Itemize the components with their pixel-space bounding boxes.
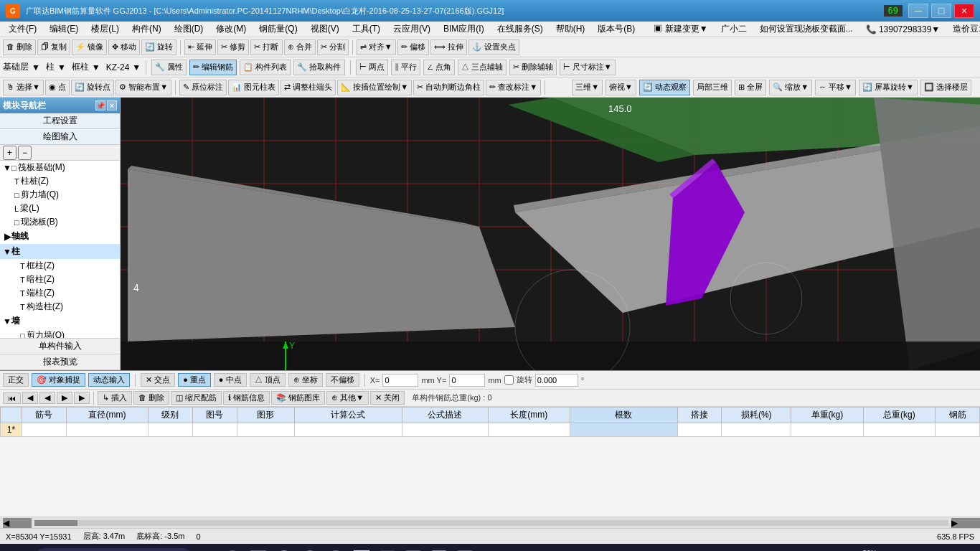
mirror-btn[interactable]: ⚡ 镜像 xyxy=(72,39,107,55)
properties-btn[interactable]: 🔧 属性 xyxy=(151,60,187,75)
menu-phone[interactable]: 📞 13907298339▼ xyxy=(860,23,946,36)
taskbar-files[interactable]: 📁 xyxy=(350,547,373,551)
tree-item-beam[interactable]: L 梁(L) xyxy=(0,202,120,215)
start-button[interactable] xyxy=(3,545,32,551)
taskbar-edge[interactable]: e xyxy=(221,547,244,551)
parallel-btn[interactable]: ∥ 平行 xyxy=(391,60,420,75)
cell-count[interactable] xyxy=(570,423,677,437)
menu-edit[interactable]: 编辑(E) xyxy=(44,22,84,37)
top-view-btn[interactable]: 俯视▼ xyxy=(606,80,636,95)
menu-cloud[interactable]: 云应用(V) xyxy=(387,22,436,37)
menu-help[interactable]: 帮助(H) xyxy=(550,22,591,37)
select-btn[interactable]: 🖱 选择▼ xyxy=(3,80,44,95)
project-setup-btn[interactable]: 工程设置 xyxy=(0,113,120,129)
rebar-lib-btn[interactable]: 📚 钢筋图库 xyxy=(271,391,325,405)
nav-first-btn[interactable]: ⏮ xyxy=(3,392,21,404)
scroll-track[interactable] xyxy=(34,520,948,526)
taskbar-app8[interactable]: G xyxy=(402,547,425,551)
auto-cut-btn[interactable]: ✂ 自动判断边角柱 xyxy=(413,80,484,95)
local-3d-btn[interactable]: 局部三维 xyxy=(693,80,732,95)
sidebar-remove-btn[interactable]: − xyxy=(18,146,32,160)
x-input[interactable] xyxy=(382,374,418,387)
other-btn[interactable]: ⊕ 其他▼ xyxy=(326,391,369,405)
menu-draw[interactable]: 绘图(D) xyxy=(169,22,209,37)
align-btn[interactable]: ⇌ 对齐▼ xyxy=(357,39,396,55)
cell-rebar-type[interactable] xyxy=(936,423,980,437)
rotate-checkbox[interactable] xyxy=(504,375,514,385)
kz24-dropdown-icon[interactable]: ▼ xyxy=(132,62,141,72)
menu-floor[interactable]: 楼层(L) xyxy=(85,22,125,37)
cell-grade[interactable] xyxy=(149,423,193,437)
rotate-input[interactable] xyxy=(535,374,578,387)
menu-file[interactable]: 文件(F) xyxy=(3,22,42,37)
tree-section-wall[interactable]: ▼ 墙 xyxy=(0,314,120,329)
search-bar-container[interactable]: 🔍 🎤 xyxy=(34,548,192,551)
pan-btn[interactable]: ↔ 平移▼ xyxy=(815,80,856,95)
cell-desc[interactable] xyxy=(402,423,488,437)
taskbar-app10[interactable]: G xyxy=(453,547,476,551)
element-table-btn[interactable]: 📊 图元柱表 xyxy=(228,80,279,95)
pick-component-btn[interactable]: 🔧 拾取构件 xyxy=(293,60,344,75)
stretch-btn[interactable]: ⟺ 拉伸 xyxy=(430,39,467,55)
cell-overlap[interactable] xyxy=(677,423,722,437)
zoom-btn[interactable]: 🔍 缩放▼ xyxy=(769,80,812,95)
rotate-pt-btn[interactable]: 🔄 旋转点 xyxy=(71,80,114,95)
frame-col-dropdown-icon[interactable]: ▼ xyxy=(92,62,100,72)
menu-new-change[interactable]: ▣ 新建变更▼ xyxy=(648,22,713,37)
sidebar-pin-btn[interactable]: 📌 xyxy=(95,100,105,110)
menu-version[interactable]: 版本号(B) xyxy=(592,22,641,37)
intersection-btn[interactable]: ✕ 交点 xyxy=(141,373,175,387)
mid-btn[interactable]: ● 中点 xyxy=(214,373,247,387)
3d-viewport[interactable]: 4 145.0 xyxy=(121,98,980,370)
menu-modify[interactable]: 修改(M) xyxy=(210,22,252,37)
edit-rebar-btn[interactable]: ✏ 编辑钢筋 xyxy=(189,60,237,75)
angle-btn[interactable]: ∠ 点角 xyxy=(423,60,455,75)
menu-component[interactable]: 构件(N) xyxy=(126,22,167,37)
tree-section-column[interactable]: ▼ 柱 xyxy=(0,244,120,259)
fullscreen-btn[interactable]: ⊞ 全屏 xyxy=(735,80,766,95)
menu-view[interactable]: 视图(V) xyxy=(305,22,345,37)
two-points-btn[interactable]: ⊢ 两点 xyxy=(356,60,388,75)
smart-layout-btn[interactable]: ⚙ 智能布置▼ xyxy=(116,80,171,95)
cell-length[interactable] xyxy=(488,423,570,437)
taskbar-app5[interactable]: G xyxy=(324,547,347,551)
sidebar-add-btn[interactable]: + xyxy=(3,146,17,160)
tree-item-pile[interactable]: T 柱桩(Z) xyxy=(0,174,120,188)
delete-btn[interactable]: 🗑 删除 xyxy=(3,39,36,55)
minimize-button[interactable]: ─ xyxy=(908,4,928,18)
scroll-right-btn[interactable]: ▶ xyxy=(951,518,980,528)
single-component-input-btn[interactable]: 单构件输入 xyxy=(0,339,120,354)
taskbar-app7[interactable]: G xyxy=(376,547,399,551)
dyn-input-btn[interactable]: 动态输入 xyxy=(88,373,130,387)
split-btn[interactable]: ✂ 分割 xyxy=(317,39,349,55)
tree-item-slab[interactable]: □ 现浇板(B) xyxy=(0,215,120,229)
taskbar-store[interactable]: 🛒 xyxy=(247,547,270,551)
3d-btn[interactable]: 三维▼ xyxy=(572,80,603,95)
no-offset-btn[interactable]: 不偏移 xyxy=(326,373,359,387)
taskbar-ie[interactable]: e xyxy=(298,547,321,551)
cell-formula[interactable] xyxy=(294,423,402,437)
tree-item-frame-col[interactable]: T 框柱(Z) xyxy=(0,259,120,273)
copy-btn[interactable]: 🗍 复制 xyxy=(37,39,70,55)
coord-btn[interactable]: ⊕ 坐标 xyxy=(288,373,323,387)
menu-tools[interactable]: 工具(T) xyxy=(347,22,386,37)
nav-next-btn[interactable]: ▶ xyxy=(57,392,72,404)
merge-btn[interactable]: ⊕ 合并 xyxy=(284,39,316,55)
report-preview-btn[interactable]: 报表预览 xyxy=(0,354,120,370)
menu-bim[interactable]: BIM应用(I) xyxy=(438,22,490,37)
tree-section-axis[interactable]: ▶ 轴线 xyxy=(0,229,120,244)
rotate-btn[interactable]: 🔄 旋转 xyxy=(141,39,176,55)
close-rebar-btn[interactable]: ✕ 关闭 xyxy=(370,391,405,405)
scroll-thumb[interactable] xyxy=(34,520,77,526)
tree-item-end-col[interactable]: T 端柱(Z) xyxy=(0,286,120,300)
change-mark-btn[interactable]: ✏ 查改标注▼ xyxy=(486,80,541,95)
table-row[interactable]: 1* xyxy=(1,423,980,437)
close-button[interactable]: × xyxy=(954,4,974,18)
menu-points[interactable]: 造价豆:0 xyxy=(947,22,980,37)
taskbar-app9[interactable]: G xyxy=(428,547,451,551)
cell-fig-no[interactable] xyxy=(192,423,237,437)
tree-item-raft[interactable]: ▼ □ 筏板基础(M) xyxy=(0,161,120,174)
dynamic-obs-btn[interactable]: 🔄 动态观察 xyxy=(639,80,690,95)
taskbar-taskview[interactable]: ⊞ xyxy=(195,547,218,551)
move-btn[interactable]: ✥ 移动 xyxy=(108,39,140,55)
